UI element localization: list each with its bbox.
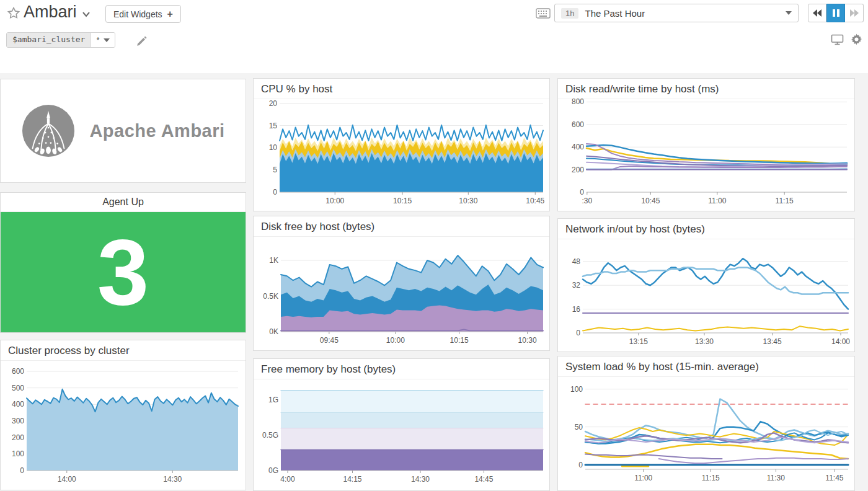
panel-cluster-process: Cluster process by cluster 0100200300400… — [0, 340, 246, 490]
chevron-down-icon — [786, 11, 792, 15]
favorite-star-icon[interactable] — [6, 6, 21, 20]
edit-widgets-button[interactable]: Edit Widgets + — [105, 5, 181, 23]
x-axis-label: 10:00 — [378, 336, 413, 345]
y-axis-label: 0 — [560, 461, 583, 469]
y-axis-label: 400 — [2, 400, 24, 409]
panel-title-disk-rw[interactable]: Disk read/write time by host (ms) — [558, 79, 854, 99]
chevron-down-icon — [104, 38, 110, 42]
agent-up-value: 3 — [97, 226, 149, 319]
cluster-variable-dropdown[interactable]: $ambari_cluster * — [6, 32, 115, 48]
panel-cpu: CPU % by host 0510152010:0010:1510:3010:… — [253, 78, 550, 211]
panel-title-network[interactable]: Network in/out by host (bytes) — [558, 219, 854, 239]
cpu-chart[interactable] — [280, 100, 543, 192]
cluster-process-chart[interactable] — [27, 366, 238, 471]
y-axis-label: 1K — [256, 256, 278, 265]
dashboard-menu-chevron-down-icon[interactable] — [81, 9, 92, 20]
edit-variable-pencil-icon[interactable] — [136, 35, 148, 46]
x-axis-label: 4:00 — [270, 475, 305, 484]
time-range-badge: 1h — [561, 8, 578, 19]
y-axis-label: 100 — [2, 449, 24, 458]
y-axis-label: 0G — [256, 466, 278, 475]
x-axis-label: 14:00 — [823, 337, 855, 346]
system-load-chart[interactable] — [585, 380, 848, 469]
x-axis-label: 13:45 — [755, 337, 790, 346]
x-axis-label: 13:15 — [621, 337, 656, 346]
x-axis-label: 14:30 — [403, 475, 438, 484]
y-axis-label: 0.5K — [256, 292, 278, 301]
network-chart[interactable] — [583, 244, 848, 333]
rewind-button[interactable] — [808, 4, 826, 22]
disk-rw-chart[interactable] — [587, 99, 847, 192]
plus-icon: + — [167, 9, 173, 20]
brand-text: Apache Ambari — [89, 121, 224, 141]
edit-widgets-label: Edit Widgets — [113, 9, 162, 19]
x-axis-label: 14:00 — [50, 475, 84, 484]
x-axis-label: 10:15 — [385, 197, 420, 205]
y-axis-label: 48 — [558, 257, 580, 266]
x-axis-label: 11:00 — [700, 197, 735, 205]
x-axis-label: 11:00 — [626, 474, 661, 482]
y-axis-label: 15 — [255, 122, 277, 130]
variable-value[interactable]: * — [91, 33, 115, 47]
time-range-label: The Past Hour — [585, 8, 779, 19]
panel-network: Network in/out by host (bytes) 016324813… — [557, 218, 855, 352]
agent-up-singlestat: 3 — [1, 212, 246, 332]
time-control-button-group — [808, 4, 864, 22]
disk-free-chart[interactable] — [281, 241, 543, 332]
pause-icon — [833, 9, 839, 17]
y-axis-label: 50 — [560, 423, 583, 431]
pause-button[interactable] — [826, 4, 845, 22]
panel-title-system-load[interactable]: System load % by host (15-min. average) — [558, 356, 854, 377]
x-axis-label: 10:30 — [510, 336, 545, 345]
y-axis-label: 100 — [560, 385, 583, 394]
ambari-logo-icon — [21, 104, 76, 158]
settings-gear-icon[interactable] — [851, 33, 862, 45]
x-axis-label: 11:30 — [758, 474, 793, 482]
x-axis-label: 10:30 — [451, 197, 485, 205]
y-axis-label: 200 — [562, 166, 584, 174]
keyboard-icon[interactable] — [536, 8, 551, 19]
x-axis-label: 14:45 — [466, 475, 501, 484]
y-axis-label: 300 — [2, 417, 24, 425]
variable-value-text: * — [96, 35, 99, 45]
panel-title-agent-up[interactable]: Agent Up — [1, 193, 246, 212]
panel-title-cluster-process[interactable]: Cluster process by cluster — [1, 340, 246, 361]
panel-disk-rw: Disk read/write time by host (ms) 020040… — [557, 78, 855, 211]
panel-logo: Apache Ambari — [0, 79, 246, 183]
x-axis-label: 11:15 — [767, 197, 802, 205]
y-axis-label: 5 — [255, 166, 277, 174]
panel-free-memory: Free memory by host (bytes) 0G0.5G1G4:00… — [253, 358, 550, 491]
dashboard-title: Ambari — [24, 2, 77, 22]
x-axis-label: 11:45 — [817, 474, 852, 482]
panel-disk-free: Disk free by host (bytes) 0K0.5K1K09:451… — [253, 216, 550, 351]
display-mode-monitor-icon[interactable] — [831, 34, 844, 45]
variable-name: $ambari_cluster — [7, 33, 91, 47]
y-axis-label: 600 — [562, 120, 584, 129]
y-axis-label: 0.5G — [256, 431, 278, 440]
y-axis-label: 10 — [255, 143, 277, 152]
panel-title-disk-free[interactable]: Disk free by host (bytes) — [254, 216, 549, 237]
y-axis-label: 600 — [2, 367, 24, 376]
x-axis-label: 14:15 — [335, 475, 370, 484]
panel-system-load: System load % by host (15-min. average) … — [557, 356, 855, 491]
x-axis-label: 10:15 — [442, 336, 477, 345]
y-axis-label: 0K — [256, 327, 278, 336]
y-axis-label: 32 — [558, 281, 580, 290]
y-axis-label: 0 — [2, 466, 24, 475]
ambari-logo-wrap: Apache Ambari — [1, 79, 246, 182]
panel-title-free-memory[interactable]: Free memory by host (bytes) — [254, 359, 549, 379]
y-axis-label: 20 — [255, 99, 277, 108]
panel-title-cpu[interactable]: CPU % by host — [254, 79, 549, 99]
y-axis-label: 0 — [562, 188, 584, 197]
free-memory-chart[interactable] — [281, 380, 543, 471]
x-axis-label: 14:30 — [155, 475, 190, 484]
x-axis-label: 09:45 — [312, 336, 347, 345]
y-axis-label: 500 — [2, 384, 24, 392]
x-axis-label: 10:00 — [317, 197, 352, 205]
fast-forward-button[interactable] — [845, 4, 864, 22]
time-range-picker[interactable]: 1h The Past Hour — [554, 4, 799, 22]
y-axis-label: 800 — [562, 97, 584, 106]
y-axis-label: 0 — [255, 188, 277, 197]
panel-agent-up: Agent Up 3 — [0, 192, 246, 333]
x-axis-label: :30 — [570, 197, 604, 205]
